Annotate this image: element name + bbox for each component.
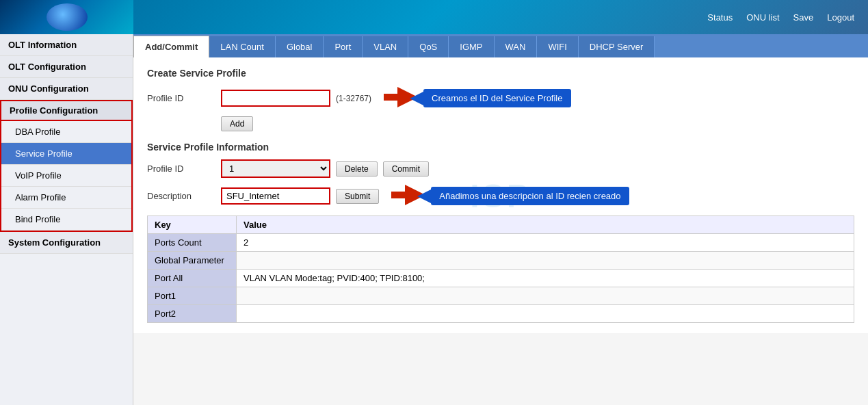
sidebar-profile-configuration-header[interactable]: Profile Configuration bbox=[0, 100, 133, 121]
info-section-title: Service Profile Information bbox=[147, 142, 854, 153]
sidebar-item-olt-information[interactable]: OLT Information bbox=[0, 34, 133, 56]
content-wrapper: ISP Create Service Profile Profile ID (1… bbox=[147, 68, 854, 323]
sidebar-item-alarm-profile[interactable]: Alarm Profile bbox=[1, 187, 131, 209]
tab-bar: Add/Commit LAN Count Global Port VLAN Qo… bbox=[133, 34, 868, 57]
profile-id-select[interactable]: 1 bbox=[221, 159, 330, 178]
table-cell-value bbox=[237, 252, 854, 270]
tab-igmp[interactable]: IGMP bbox=[449, 36, 494, 57]
create-profile-id-row: Profile ID (1-32767) Creamos el ID del S… bbox=[147, 87, 854, 109]
create-add-btn-row: Add bbox=[147, 116, 854, 131]
nav-logout[interactable]: Logout bbox=[827, 12, 854, 23]
table-cell-value bbox=[237, 305, 854, 323]
description-input[interactable] bbox=[221, 187, 330, 205]
table-cell-key: Port2 bbox=[148, 305, 237, 323]
header-logo bbox=[0, 0, 133, 34]
sidebar: OLT Information OLT Configuration ONU Co… bbox=[0, 34, 133, 405]
table-cell-key: Port1 bbox=[148, 287, 237, 305]
tab-wifi[interactable]: WIFI bbox=[537, 36, 578, 57]
table-header-key: Key bbox=[148, 216, 237, 234]
main-content: Add/Commit LAN Count Global Port VLAN Qo… bbox=[133, 34, 868, 405]
sidebar-item-system-configuration[interactable]: System Configuration bbox=[0, 232, 133, 254]
create-profile-id-label: Profile ID bbox=[147, 93, 215, 103]
tab-add-commit[interactable]: Add/Commit bbox=[133, 36, 209, 57]
sidebar-item-bind-profile[interactable]: Bind Profile bbox=[1, 209, 131, 231]
globe-icon bbox=[47, 3, 88, 31]
nav-onu-list[interactable]: ONU list bbox=[746, 12, 779, 23]
table-cell-key: Port All bbox=[148, 270, 237, 287]
table-row: Global Parameter bbox=[148, 252, 854, 270]
tab-vlan[interactable]: VLAN bbox=[363, 36, 408, 57]
table-row: Ports Count2 bbox=[148, 234, 854, 252]
info-description-row: Description Submit Añadimos una descripc… bbox=[147, 185, 854, 207]
tab-wan[interactable]: WAN bbox=[495, 36, 538, 57]
create-profile-id-hint: (1-32767) bbox=[336, 94, 371, 103]
header-nav: Status ONU list Save Logout bbox=[707, 12, 854, 23]
table-cell-value bbox=[237, 287, 854, 305]
create-profile-id-input[interactable] bbox=[221, 90, 330, 107]
table-cell-key: Ports Count bbox=[148, 234, 237, 252]
table-row: Port AllVLAN VLAN Mode:tag; PVID:400; TP… bbox=[148, 270, 854, 287]
layout: OLT Information OLT Configuration ONU Co… bbox=[0, 34, 868, 405]
table-header-value: Value bbox=[237, 216, 854, 234]
header: Status ONU list Save Logout bbox=[0, 0, 868, 34]
add-button[interactable]: Add bbox=[221, 116, 253, 131]
service-profile-table: Key Value Ports Count2Global ParameterPo… bbox=[147, 215, 854, 323]
nav-save[interactable]: Save bbox=[793, 12, 814, 23]
table-cell-value: VLAN VLAN Mode:tag; PVID:400; TPID:8100; bbox=[237, 270, 854, 287]
tooltip-2: Añadimos una descripcion al ID recien cr… bbox=[431, 187, 629, 205]
tab-qos[interactable]: QoS bbox=[408, 36, 449, 57]
commit-button[interactable]: Commit bbox=[383, 161, 429, 177]
nav-status[interactable]: Status bbox=[707, 12, 733, 23]
table-row: Port1 bbox=[148, 287, 854, 305]
tooltip-1: Creamos el ID del Service Profile bbox=[423, 89, 570, 107]
create-section-title: Create Service Profile bbox=[147, 68, 854, 79]
tab-dhcp-server[interactable]: DHCP Server bbox=[579, 36, 655, 57]
sidebar-item-olt-configuration[interactable]: OLT Configuration bbox=[0, 56, 133, 78]
tab-lan-count[interactable]: LAN Count bbox=[209, 36, 276, 57]
sidebar-profile-group: DBA Profile Service Profile VoIP Profile… bbox=[0, 121, 133, 232]
sidebar-item-voip-profile[interactable]: VoIP Profile bbox=[1, 165, 131, 187]
submit-button[interactable]: Submit bbox=[336, 189, 379, 204]
content-area: ISP Create Service Profile Profile ID (1… bbox=[133, 57, 868, 333]
table-cell-value: 2 bbox=[237, 234, 854, 252]
sidebar-item-service-profile[interactable]: Service Profile bbox=[1, 143, 131, 165]
delete-button[interactable]: Delete bbox=[336, 161, 378, 177]
info-profile-id-row: Profile ID 1 Delete Commit bbox=[147, 159, 854, 178]
sidebar-item-dba-profile[interactable]: DBA Profile bbox=[1, 121, 131, 143]
table-row: Port2 bbox=[148, 305, 854, 323]
sidebar-item-onu-configuration[interactable]: ONU Configuration bbox=[0, 78, 133, 100]
tab-port[interactable]: Port bbox=[324, 36, 363, 57]
tab-global[interactable]: Global bbox=[276, 36, 324, 57]
info-profile-id-label: Profile ID bbox=[147, 164, 215, 174]
info-description-label: Description bbox=[147, 191, 215, 201]
table-cell-key: Global Parameter bbox=[148, 252, 237, 270]
